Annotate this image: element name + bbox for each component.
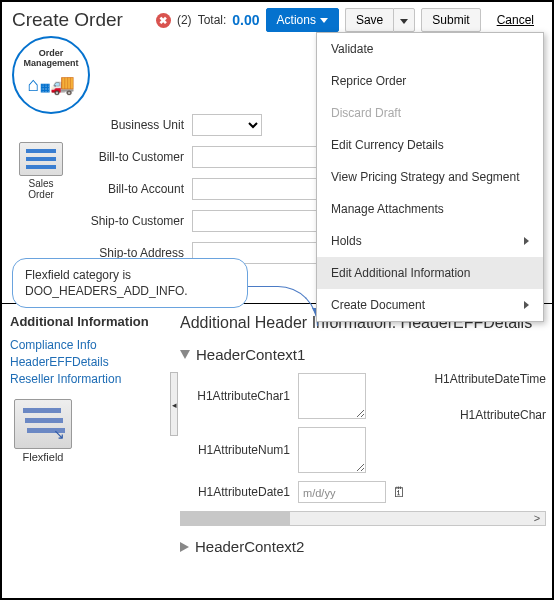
expand-collapse-icon [180, 350, 190, 359]
attr-datetime-label: H1AttributeDateTime [434, 372, 546, 386]
submit-button[interactable]: Submit [421, 8, 480, 32]
save-button[interactable]: Save [345, 8, 393, 32]
callout-arrow [248, 286, 318, 326]
create-order-pane: Create Order ✖ (2) Total: 0.00 Actions S… [2, 2, 552, 304]
error-count: (2) [177, 13, 192, 27]
document-icon [19, 142, 63, 176]
menu-view-pricing[interactable]: View Pricing Strategy and Segment [317, 161, 543, 193]
attr-num1-input[interactable] [298, 427, 366, 473]
order-management-icon: ⌂▦🚚 [14, 74, 88, 94]
header-context2[interactable]: HeaderContext2 [180, 538, 546, 555]
ship-to-customer-label: Ship-to Customer [86, 214, 192, 228]
actions-button[interactable]: Actions [266, 8, 339, 32]
save-menu-button[interactable] [393, 8, 415, 32]
attr-date1-input[interactable]: m/d/yy [298, 481, 386, 503]
actions-menu: Validate Reprice Order Discard Draft Edi… [316, 32, 544, 322]
flexfield-label: Flexfield [10, 451, 76, 463]
save-split-button: Save [345, 8, 415, 32]
scroll-right-icon[interactable]: > [529, 511, 545, 526]
chevron-right-icon [524, 237, 529, 245]
order-management-badge: Order Management ⌂▦🚚 [12, 36, 90, 114]
flexfield-widget: ↘ Flexfield [10, 399, 76, 463]
menu-create-document[interactable]: Create Document [317, 289, 543, 321]
additional-header-main: Additional Header Information: HeaderEFF… [180, 314, 546, 596]
flexfield-callout: Flexfield category is DOO_HEADERS_ADD_IN… [12, 258, 248, 308]
cancel-button[interactable]: Cancel [487, 9, 544, 31]
actions-button-label: Actions [277, 13, 316, 27]
menu-discard-draft: Discard Draft [317, 97, 543, 129]
chevron-right-icon [524, 301, 529, 309]
sales-order-label: Sales Order [16, 178, 66, 200]
attr-num1-label: H1AttributeNum1 [180, 443, 298, 457]
menu-validate[interactable]: Validate [317, 33, 543, 65]
sales-order-widget: Sales Order [16, 142, 66, 200]
offscreen-attr-labels: H1AttributeDateTime H1AttributeChar [434, 372, 546, 444]
flexfield-icon: ↘ [14, 399, 72, 449]
business-unit-select[interactable] [192, 114, 262, 136]
total-label: Total: [198, 13, 227, 27]
menu-holds[interactable]: Holds [317, 225, 543, 257]
bill-to-account-label: Bill-to Account [86, 182, 192, 196]
total-value: 0.00 [232, 12, 259, 28]
sidebar-heading: Additional Information [10, 314, 170, 329]
menu-manage-attachments[interactable]: Manage Attachments [317, 193, 543, 225]
attr-char1-input[interactable] [298, 373, 366, 419]
bill-to-customer-label: Bill-to Customer [86, 150, 192, 164]
attr-date1-label: H1AttributeDate1 [180, 485, 298, 499]
header-context1[interactable]: HeaderContext1 [180, 346, 546, 363]
link-compliance-info[interactable]: Compliance Info [10, 337, 170, 354]
chevron-down-icon [400, 19, 408, 24]
header-bar: Create Order ✖ (2) Total: 0.00 Actions S… [2, 2, 552, 36]
horizontal-scrollbar[interactable]: < > [180, 511, 546, 526]
chevron-down-icon [320, 18, 328, 23]
calendar-icon[interactable]: 🗓 [392, 484, 406, 500]
link-headereffdetails[interactable]: HeaderEFFDetails [10, 354, 170, 371]
page-title: Create Order [12, 9, 150, 31]
additional-info-sidebar: Additional Information Compliance Info H… [10, 314, 170, 463]
business-unit-label: Business Unit [86, 118, 192, 132]
link-reseller-information[interactable]: Reseller Informartion [10, 371, 170, 388]
expand-collapse-icon [180, 542, 189, 552]
additional-info-pane: Additional Information Compliance Info H… [2, 304, 552, 600]
scrollbar-thumb[interactable] [181, 512, 290, 525]
context1-label: HeaderContext1 [196, 346, 305, 363]
menu-edit-additional-info[interactable]: Edit Additional Information [317, 257, 543, 289]
context2-label: HeaderContext2 [195, 538, 304, 555]
collapse-handle[interactable]: ◂ [170, 372, 178, 436]
attr-char1-label: H1AttributeChar1 [180, 389, 298, 403]
menu-edit-currency[interactable]: Edit Currency Details [317, 129, 543, 161]
attr-char-label: H1AttributeChar [434, 408, 546, 422]
menu-reprice-order[interactable]: Reprice Order [317, 65, 543, 97]
error-icon[interactable]: ✖ [156, 13, 171, 28]
order-management-label: Order Management [14, 48, 88, 68]
